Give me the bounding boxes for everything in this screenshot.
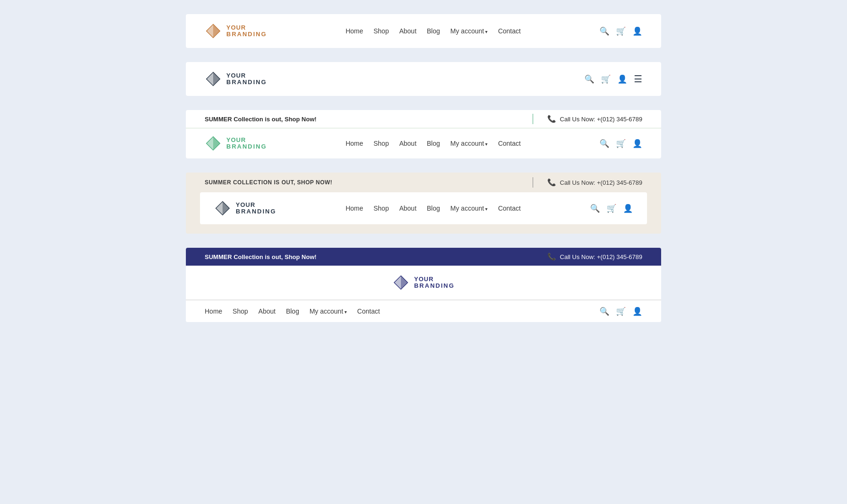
header-variant-3: SUMMER Collection is out, Shop Now! 📞 Ca… bbox=[186, 110, 661, 158]
cart-icon-v5[interactable]: 🛒 bbox=[616, 307, 626, 315]
topbar-v3: SUMMER Collection is out, Shop Now! 📞 Ca… bbox=[186, 110, 661, 128]
topbar-v4: SUMMER COLLECTION IS OUT, SHOP NOW! 📞 Ca… bbox=[186, 173, 661, 192]
logo-v4[interactable]: YOUR BRANDING bbox=[214, 200, 276, 217]
hamburger-icon-v2[interactable]: ☰ bbox=[634, 74, 642, 84]
header-variant-5: SUMMER Collection is out, Shop Now! 📞 Ca… bbox=[186, 248, 661, 322]
page-wrapper: YOUR BRANDING Home Shop About Blog My ac… bbox=[186, 9, 661, 327]
call-v3: 📞 Call Us Now: +(012) 345-6789 bbox=[547, 115, 642, 123]
nav-home-v3[interactable]: Home bbox=[345, 140, 363, 147]
nav-blog-v5[interactable]: Blog bbox=[286, 307, 299, 315]
nav-shop-v1[interactable]: Shop bbox=[374, 27, 389, 35]
promo-text-v3: SUMMER Collection is out, Shop Now! bbox=[205, 116, 519, 123]
logo-diamond-v2 bbox=[205, 71, 222, 87]
topbar-divider-v3 bbox=[533, 114, 533, 124]
phone-icon-v5: 📞 bbox=[547, 252, 556, 261]
nav-about-v5[interactable]: About bbox=[258, 307, 276, 315]
icons-v2: 🔍 🛒 👤 ☰ bbox=[584, 74, 642, 84]
nav-about-v3[interactable]: About bbox=[399, 140, 416, 147]
nav-shop-v4[interactable]: Shop bbox=[374, 205, 389, 212]
cart-icon-v3[interactable]: 🛒 bbox=[616, 140, 626, 148]
phone-icon-v4: 📞 bbox=[547, 178, 556, 187]
search-icon-v5[interactable]: 🔍 bbox=[599, 307, 609, 315]
logo-v2[interactable]: YOUR BRANDING bbox=[205, 71, 267, 87]
nav-blog-v1[interactable]: Blog bbox=[427, 27, 440, 35]
logo-v1[interactable]: YOUR BRANDING bbox=[205, 23, 267, 39]
icons-v5: 🔍 🛒 👤 bbox=[599, 307, 642, 315]
nav-v1: Home Shop About Blog My account Contact bbox=[345, 27, 520, 35]
logo-v5[interactable]: YOUR BRANDING bbox=[392, 274, 455, 291]
logo-v3[interactable]: YOUR BRANDING bbox=[205, 135, 267, 152]
user-icon-v5[interactable]: 👤 bbox=[632, 307, 642, 315]
nav-blog-v4[interactable]: Blog bbox=[427, 205, 440, 212]
nav-myaccount-v3[interactable]: My account bbox=[450, 140, 487, 147]
logo-diamond-v5 bbox=[392, 274, 409, 291]
search-icon-v3[interactable]: 🔍 bbox=[599, 140, 609, 148]
nav-bar-v5: Home Shop About Blog My account Contact … bbox=[186, 300, 661, 322]
nav-v4: Home Shop About Blog My account Contact bbox=[345, 204, 520, 213]
logo-diamond-v4 bbox=[214, 200, 231, 217]
search-icon-v1[interactable]: 🔍 bbox=[599, 27, 609, 35]
nav-contact-v5[interactable]: Contact bbox=[357, 307, 380, 315]
user-icon-v3[interactable]: 👤 bbox=[632, 140, 642, 148]
promo-text-v5: SUMMER Collection is out, Shop Now! bbox=[205, 253, 547, 260]
search-icon-v4[interactable]: 🔍 bbox=[590, 205, 600, 213]
nav-contact-v1[interactable]: Contact bbox=[498, 27, 520, 35]
icons-v1: 🔍 🛒 👤 bbox=[599, 27, 642, 35]
topbar-v5: SUMMER Collection is out, Shop Now! 📞 Ca… bbox=[186, 248, 661, 266]
promo-text-v4: SUMMER COLLECTION IS OUT, SHOP NOW! bbox=[205, 179, 519, 186]
cart-icon-v4[interactable]: 🛒 bbox=[607, 205, 616, 213]
nav-myaccount-v4[interactable]: My account bbox=[450, 205, 487, 212]
nav-home-v4[interactable]: Home bbox=[345, 205, 363, 212]
user-icon-v4[interactable]: 👤 bbox=[623, 205, 633, 213]
nav-shop-v5[interactable]: Shop bbox=[232, 307, 248, 315]
nav-contact-v3[interactable]: Contact bbox=[498, 140, 520, 147]
nav-home-v1[interactable]: Home bbox=[345, 27, 363, 35]
logo-diamond-v1 bbox=[205, 23, 222, 39]
nav-blog-v3[interactable]: Blog bbox=[427, 140, 440, 147]
nav-wrap-v4: YOUR BRANDING Home Shop About Blog My ac… bbox=[200, 192, 647, 224]
call-v4: 📞 Call Us Now: +(012) 345-6789 bbox=[547, 178, 642, 187]
nav-v5: Home Shop About Blog My account Contact bbox=[205, 307, 380, 315]
nav-home-v5[interactable]: Home bbox=[205, 307, 222, 315]
nav-about-v4[interactable]: About bbox=[399, 205, 416, 212]
topbar-divider-v4 bbox=[533, 177, 533, 188]
phone-icon-v3: 📞 bbox=[547, 115, 556, 123]
icons-v3: 🔍 🛒 👤 bbox=[599, 140, 642, 148]
call-text-v4: Call Us Now: +(012) 345-6789 bbox=[560, 179, 642, 186]
nav-shop-v3[interactable]: Shop bbox=[374, 140, 389, 147]
logo-diamond-v3 bbox=[205, 135, 222, 152]
nav-about-v1[interactable]: About bbox=[399, 27, 416, 35]
logo-bar-v5: YOUR BRANDING bbox=[186, 266, 661, 300]
search-icon-v2[interactable]: 🔍 bbox=[584, 75, 594, 83]
user-icon-v1[interactable]: 👤 bbox=[632, 27, 642, 35]
cart-icon-v2[interactable]: 🛒 bbox=[601, 75, 611, 83]
header-variant-2: YOUR BRANDING 🔍 🛒 👤 ☰ bbox=[186, 62, 661, 96]
cart-icon-v1[interactable]: 🛒 bbox=[616, 27, 626, 35]
call-v5: 📞 Call Us Now: +(012) 345-6789 bbox=[547, 252, 642, 261]
icons-v4: 🔍 🛒 👤 bbox=[590, 205, 633, 213]
nav-myaccount-v5[interactable]: My account bbox=[310, 307, 347, 315]
nav-myaccount-v1[interactable]: My account bbox=[450, 27, 487, 35]
header-variant-4: SUMMER COLLECTION IS OUT, SHOP NOW! 📞 Ca… bbox=[186, 173, 661, 234]
call-text-v5: Call Us Now: +(012) 345-6789 bbox=[560, 253, 642, 260]
call-text-v3: Call Us Now: +(012) 345-6789 bbox=[560, 116, 642, 123]
nav-contact-v4[interactable]: Contact bbox=[498, 205, 520, 212]
user-icon-v2[interactable]: 👤 bbox=[617, 75, 627, 83]
header-variant-1: YOUR BRANDING Home Shop About Blog My ac… bbox=[186, 14, 661, 48]
nav-v3: Home Shop About Blog My account Contact bbox=[345, 139, 520, 148]
